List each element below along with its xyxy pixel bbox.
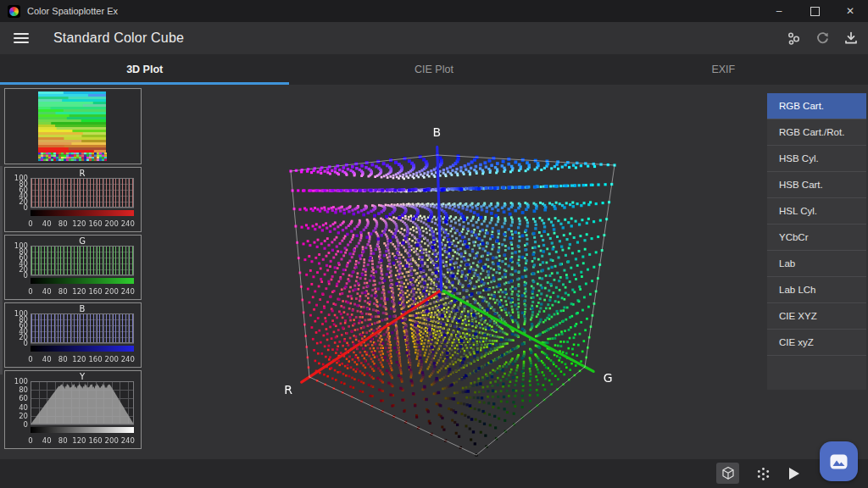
app-icon — [8, 5, 20, 18]
color-space-item-ycbcr[interactable]: YCbCr — [767, 225, 866, 251]
histogram-panel-y — [4, 370, 142, 449]
refresh-icon — [815, 31, 830, 46]
play-icon — [789, 468, 799, 480]
color-wheel-icon — [9, 7, 19, 16]
window-title: Color Spatioplotter Ex — [27, 6, 118, 16]
color-space-item-hsb-cart[interactable]: HSB Cart. — [767, 172, 866, 198]
image-icon — [830, 454, 848, 469]
scatter-view-button[interactable] — [754, 464, 772, 483]
histogram-g-canvas — [5, 236, 139, 297]
play-button[interactable] — [786, 465, 803, 482]
tab-exif[interactable]: EXIF — [579, 54, 868, 85]
color-space-item-rgb-cart-rot[interactable]: RGB Cart./Rot. — [767, 119, 866, 146]
color-space-item-hsl-cyl[interactable]: HSL Cyl. — [767, 198, 866, 225]
3d-color-cube-plot[interactable] — [144, 85, 763, 459]
histogram-y-canvas — [5, 371, 139, 446]
cube-view-button[interactable] — [716, 463, 739, 484]
maximize-button[interactable] — [797, 0, 832, 22]
left-scrollbar[interactable] — [0, 166, 3, 374]
window-controls: – ✕ — [761, 0, 868, 22]
color-space-item-hsb-cyl[interactable]: HSB Cyl. — [767, 146, 866, 172]
tab-cie-plot[interactable]: CIE Plot — [289, 54, 578, 85]
scatter-dots-icon — [755, 466, 771, 482]
hamburger-icon — [14, 31, 29, 45]
download-icon — [844, 31, 858, 45]
histogram-panel-g — [4, 235, 142, 300]
maximize-icon — [810, 7, 820, 16]
source-image-thumbnail[interactable] — [5, 89, 139, 162]
source-image-panel — [4, 88, 142, 164]
color-space-item-cie-xyz[interactable]: CIE XYZ — [767, 303, 866, 330]
color-space-item-cie-xyz2[interactable]: CIE xyZ — [767, 330, 866, 356]
histogram-r-canvas — [5, 168, 139, 230]
histogram-panel-r — [4, 167, 142, 232]
image-picker-fab[interactable] — [820, 441, 858, 481]
cube-icon — [721, 466, 735, 480]
download-button[interactable] — [841, 28, 861, 48]
scatter-icon — [787, 31, 801, 46]
color-space-item-lab[interactable]: Lab — [767, 251, 866, 277]
minimize-button[interactable]: – — [761, 0, 797, 22]
color-space-item-lab-lch[interactable]: Lab LCh — [767, 277, 866, 303]
tab-3d-plot[interactable]: 3D Plot — [0, 54, 289, 85]
app-header: Standard Color Cube — [0, 22, 868, 54]
histogram-panel-b — [4, 302, 142, 368]
menu-button[interactable] — [11, 28, 31, 48]
histogram-b-canvas — [5, 303, 139, 365]
color-space-item-rgb-cart[interactable]: RGB Cart. — [767, 93, 866, 119]
refresh-button[interactable] — [812, 28, 832, 48]
title-bar: Color Spatioplotter Ex – ✕ — [0, 0, 868, 22]
page-title: Standard Color Cube — [53, 30, 184, 46]
close-button[interactable]: ✕ — [832, 0, 868, 22]
tab-bar: 3D Plot CIE Plot EXIF — [0, 54, 868, 85]
scatter-settings-button[interactable] — [783, 28, 804, 48]
color-space-list: RGB Cart. RGB Cart./Rot. HSB Cyl. HSB Ca… — [767, 93, 866, 390]
